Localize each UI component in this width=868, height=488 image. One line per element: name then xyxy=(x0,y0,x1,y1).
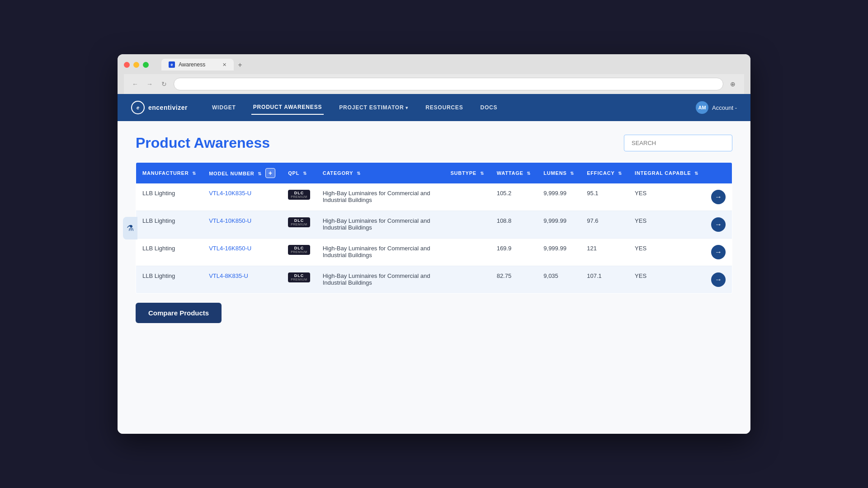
table-row: LLB Lighting VTL4-10K835-U DLC PREMIUM H… xyxy=(136,183,732,211)
browser-toolbar: ← → ↻ ⊕ xyxy=(124,74,744,94)
search-bar-container xyxy=(624,135,732,151)
sort-qpl-icon: ⇅ xyxy=(303,171,307,176)
address-bar[interactable] xyxy=(174,78,723,90)
cell-action: → xyxy=(705,211,732,239)
account-avatar: AM xyxy=(696,101,708,114)
cell-wattage: 108.8 xyxy=(491,211,538,239)
sort-wattage-icon: ⇅ xyxy=(527,171,531,176)
row-detail-button[interactable]: → xyxy=(711,190,726,204)
browser-window: e Awareness ✕ + ← → ↻ ⊕ e encentivi xyxy=(118,54,750,434)
browser-tabs: e Awareness ✕ + xyxy=(161,59,245,70)
cell-lumens: 9,999.99 xyxy=(537,183,580,211)
cell-qpl: DLC PREMIUM xyxy=(282,266,316,294)
row-detail-button[interactable]: → xyxy=(711,245,726,259)
cell-subtype xyxy=(444,211,490,239)
col-qpl[interactable]: QPL ⇅ xyxy=(282,163,316,184)
cell-manufacturer: LLB Lighting xyxy=(136,239,203,266)
nav-item-widget[interactable]: WIDGET xyxy=(210,101,238,114)
data-table: MANUFACTURER ⇅ MODEL NUMBER ⇅ + QPL ⇅ xyxy=(136,162,732,294)
col-lumens[interactable]: LUMENS ⇅ xyxy=(537,163,580,184)
table-row: LLB Lighting VTL4-16K850-U DLC PREMIUM H… xyxy=(136,239,732,266)
traffic-light-close[interactable] xyxy=(124,62,130,68)
compare-products-button[interactable]: Compare Products xyxy=(136,303,222,323)
app-content: e encentivizer WIDGET PRODUCT AWARENESS … xyxy=(118,94,750,434)
table-row: LLB Lighting VTL4-10K850-U DLC PREMIUM H… xyxy=(136,211,732,239)
cell-wattage: 105.2 xyxy=(491,183,538,211)
cell-efficacy: 107.1 xyxy=(580,266,628,294)
col-wattage[interactable]: WATTAGE ⇅ xyxy=(491,163,538,184)
dlc-badge: DLC PREMIUM xyxy=(288,245,310,255)
filter-tab[interactable]: ⚗ xyxy=(123,217,137,239)
cell-action: → xyxy=(705,239,732,266)
nav-item-product-awareness[interactable]: PRODUCT AWARENESS xyxy=(251,100,324,115)
cell-model-number[interactable]: VTL4-8K835-U xyxy=(203,266,282,294)
cell-model-number[interactable]: VTL4-10K835-U xyxy=(203,183,282,211)
cell-integral-capable: YES xyxy=(628,239,705,266)
sort-category-icon: ⇅ xyxy=(357,171,361,176)
nav-item-docs[interactable]: DOCS xyxy=(478,101,499,114)
cell-lumens: 9,035 xyxy=(537,266,580,294)
project-estimator-dropdown-arrow: ▾ xyxy=(406,105,408,110)
cell-wattage: 169.9 xyxy=(491,239,538,266)
search-input[interactable] xyxy=(624,135,732,151)
nav-bar: e encentivizer WIDGET PRODUCT AWARENESS … xyxy=(118,94,750,121)
table-body: LLB Lighting VTL4-10K835-U DLC PREMIUM H… xyxy=(136,183,732,294)
cell-qpl: DLC PREMIUM xyxy=(282,239,316,266)
cell-category: High-Bay Luminaires for Commercial and I… xyxy=(316,239,444,266)
nav-item-project-estimator[interactable]: PROJECT ESTIMATOR ▾ xyxy=(337,101,410,114)
nav-item-resources[interactable]: RESOURCES xyxy=(424,101,465,114)
traffic-light-fullscreen[interactable] xyxy=(143,62,149,68)
sort-subtype-icon: ⇅ xyxy=(480,171,484,176)
back-button[interactable]: ← xyxy=(130,79,140,89)
dlc-badge: DLC PREMIUM xyxy=(288,272,310,282)
browser-tab-active[interactable]: e Awareness ✕ xyxy=(161,59,234,70)
cell-qpl: DLC PREMIUM xyxy=(282,183,316,211)
cell-category: High-Bay Luminaires for Commercial and I… xyxy=(316,266,444,294)
logo-text: encentivizer xyxy=(148,104,188,111)
row-detail-button[interactable]: → xyxy=(711,217,726,232)
dlc-badge: DLC PREMIUM xyxy=(288,190,310,200)
tab-close-button[interactable]: ✕ xyxy=(222,62,226,68)
cell-qpl: DLC PREMIUM xyxy=(282,211,316,239)
filter-icon: ⚗ xyxy=(127,223,134,233)
cell-model-number[interactable]: VTL4-10K850-U xyxy=(203,211,282,239)
sort-lumens-icon: ⇅ xyxy=(570,171,574,176)
traffic-light-minimize[interactable] xyxy=(133,62,139,68)
cell-subtype xyxy=(444,239,490,266)
new-tab-button[interactable]: + xyxy=(235,60,245,70)
cell-manufacturer: LLB Lighting xyxy=(136,266,203,294)
col-model-number[interactable]: MODEL NUMBER ⇅ + xyxy=(203,163,282,184)
tab-favicon: e xyxy=(169,61,175,68)
cell-manufacturer: LLB Lighting xyxy=(136,183,203,211)
sort-model-icon: ⇅ xyxy=(258,171,262,176)
cell-integral-capable: YES xyxy=(628,266,705,294)
col-action xyxy=(705,163,732,184)
col-category[interactable]: CATEGORY ⇅ xyxy=(316,163,444,184)
cell-category: High-Bay Luminaires for Commercial and I… xyxy=(316,211,444,239)
model-link[interactable]: VTL4-10K850-U xyxy=(209,217,251,224)
refresh-button[interactable]: ↻ xyxy=(159,79,169,89)
browser-menu-icon[interactable]: ⊕ xyxy=(728,79,738,89)
model-link[interactable]: VTL4-16K850-U xyxy=(209,245,251,252)
model-link[interactable]: VTL4-8K835-U xyxy=(209,272,248,279)
nav-account[interactable]: AM Account - xyxy=(696,101,737,114)
row-detail-button[interactable]: → xyxy=(711,272,726,287)
col-manufacturer[interactable]: MANUFACTURER ⇅ xyxy=(136,163,203,184)
cell-integral-capable: YES xyxy=(628,183,705,211)
model-link[interactable]: VTL4-10K835-U xyxy=(209,190,251,197)
table-wrapper: ⚗ MANUFACTURER ⇅ MODEL NUMBER ⇅ xyxy=(136,162,732,294)
col-efficacy[interactable]: EFFICACY ⇅ xyxy=(580,163,628,184)
dlc-badge: DLC PREMIUM xyxy=(288,217,310,227)
cell-action: → xyxy=(705,183,732,211)
logo: e encentivizer xyxy=(131,101,188,114)
col-subtype[interactable]: SUBTYPE ⇅ xyxy=(444,163,490,184)
cell-subtype xyxy=(444,183,490,211)
forward-button[interactable]: → xyxy=(145,79,155,89)
cell-model-number[interactable]: VTL4-16K850-U xyxy=(203,239,282,266)
table-header: MANUFACTURER ⇅ MODEL NUMBER ⇅ + QPL ⇅ xyxy=(136,163,732,184)
main-content: Product Awareness ⚗ MANUFACTURER xyxy=(118,121,750,434)
sort-manufacturer-icon: ⇅ xyxy=(192,171,196,176)
add-column-button[interactable]: + xyxy=(265,168,275,178)
col-integral-capable[interactable]: INTEGRAL CAPABLE ⇅ xyxy=(628,163,705,184)
cell-manufacturer: LLB Lighting xyxy=(136,211,203,239)
